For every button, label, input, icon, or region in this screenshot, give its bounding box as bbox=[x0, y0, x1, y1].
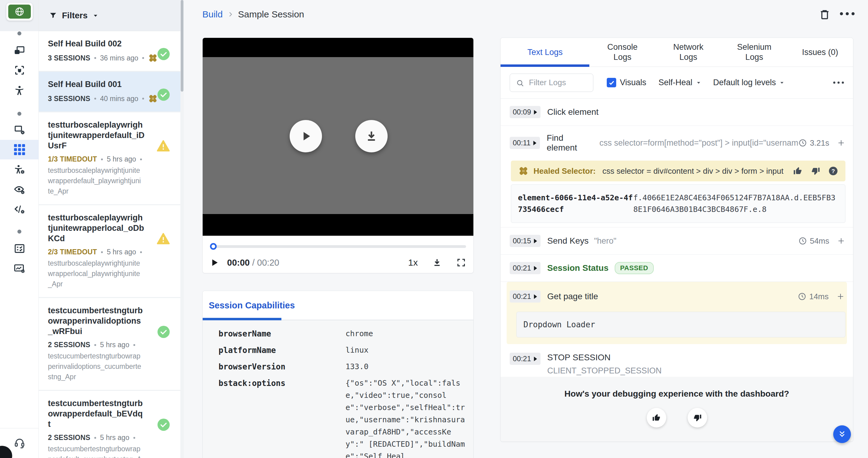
breadcrumb-build-link[interactable]: Build bbox=[203, 9, 223, 20]
code-gear-icon bbox=[14, 204, 25, 215]
status-passed-icon bbox=[157, 326, 170, 338]
build-name: testcucumbertestngturbowrapperdefault_bE… bbox=[48, 398, 171, 429]
breadcrumb: Build Sample Session bbox=[203, 9, 304, 20]
rail-item-builds-grid-active[interactable] bbox=[0, 140, 39, 159]
log-list: 00:09 Click element 00:11 Find element c… bbox=[500, 99, 853, 377]
log-row: 00:11 Find element css selector=form[met… bbox=[500, 126, 853, 160]
rail-item-app-live[interactable] bbox=[0, 60, 39, 80]
svg-text:?: ? bbox=[831, 168, 835, 174]
build-item[interactable]: testturboscaleplaywrightjunitewrapperloc… bbox=[39, 205, 180, 298]
log-title: Send Keys bbox=[547, 236, 588, 246]
rail-item-observability[interactable] bbox=[0, 259, 39, 278]
log-result-card: Dropdown Loader bbox=[517, 312, 845, 337]
log-time-toggle[interactable]: 00:21 bbox=[510, 291, 540, 303]
rail-item-app-automate[interactable] bbox=[0, 160, 39, 180]
video-time: 00:00 / 00:20 bbox=[227, 258, 279, 268]
build-item[interactable]: Self Heal Build 002 3 SESSIONS 36 mins a… bbox=[39, 31, 180, 72]
status-passed-icon bbox=[157, 88, 170, 101]
seek-thumb[interactable] bbox=[210, 243, 217, 250]
capability-value: chrome bbox=[345, 328, 468, 340]
chart-gear-icon bbox=[13, 263, 26, 275]
video-download-overlay-button[interactable] bbox=[355, 120, 388, 152]
play-button[interactable] bbox=[210, 258, 219, 267]
brand-logo-button[interactable] bbox=[6, 2, 33, 21]
funnel-icon bbox=[49, 11, 57, 20]
scroll-to-bottom-button[interactable] bbox=[833, 425, 851, 443]
clock-icon bbox=[799, 237, 807, 245]
add-issue-button[interactable] bbox=[837, 139, 845, 147]
feedback-thumbs-down-button[interactable] bbox=[688, 408, 707, 427]
clock-icon bbox=[799, 139, 807, 147]
filters-dropdown[interactable]: Filters bbox=[39, 0, 180, 31]
feedback-thumbs-up-button[interactable] bbox=[647, 408, 666, 427]
sidebar-scrollbar-thumb[interactable] bbox=[181, 0, 183, 92]
status-passed-icon bbox=[157, 48, 170, 60]
log-time-toggle[interactable]: 00:15 bbox=[510, 235, 540, 247]
expand-triangle-icon bbox=[533, 141, 537, 145]
more-options-button[interactable] bbox=[840, 12, 855, 15]
log-row: 00:21 Session Status PASSED bbox=[500, 255, 853, 282]
help-icon[interactable]: ? bbox=[828, 166, 838, 176]
fullscreen-button[interactable] bbox=[456, 258, 466, 268]
rail-separator-dot bbox=[18, 31, 21, 35]
build-time: 5 hrs ago bbox=[107, 248, 136, 256]
logs-more-button[interactable] bbox=[833, 82, 844, 84]
self-heal-dropdown[interactable]: Self-Heal bbox=[659, 78, 701, 87]
add-issue-button[interactable] bbox=[837, 237, 845, 245]
playback-speed-button[interactable]: 1x bbox=[408, 257, 418, 268]
tab-text-logs[interactable]: Text Logs bbox=[500, 38, 589, 67]
caret-down-icon bbox=[696, 80, 701, 85]
delete-session-button[interactable] bbox=[818, 8, 831, 21]
video-stage[interactable] bbox=[203, 57, 473, 214]
status-passed-icon bbox=[157, 418, 170, 431]
rail-item-visual-testing[interactable] bbox=[0, 180, 39, 200]
tab-network-logs[interactable]: Network Logs bbox=[655, 38, 721, 67]
ellipsis-icon bbox=[837, 82, 840, 84]
video-seekbar[interactable] bbox=[210, 243, 466, 250]
build-item-selected[interactable]: Self Heal Build 001 3 SESSIONS 40 mins a… bbox=[39, 72, 180, 112]
thumbs-down-button[interactable] bbox=[811, 166, 820, 176]
rail-item-accessibility[interactable] bbox=[0, 81, 39, 100]
capability-key: browserVersion bbox=[219, 361, 345, 373]
chevron-right-icon bbox=[227, 11, 234, 18]
log-row: 00:09 Click element bbox=[500, 99, 853, 126]
tab-selenium-logs[interactable]: Selenium Logs bbox=[721, 38, 787, 67]
rail-item-test-management[interactable] bbox=[0, 239, 39, 258]
add-issue-button[interactable] bbox=[837, 293, 844, 301]
log-time-toggle[interactable]: 00:21 bbox=[510, 353, 540, 365]
thumbs-up-button[interactable] bbox=[793, 166, 803, 176]
capability-value: {"os":"OS X","local":false,"video":true,… bbox=[345, 377, 468, 458]
feedback-question: How's your debugging experience with the… bbox=[500, 377, 853, 399]
log-time-toggle[interactable]: 00:21 bbox=[510, 262, 540, 274]
seek-track[interactable] bbox=[210, 245, 466, 248]
status-badge: PASSED bbox=[615, 262, 654, 274]
build-item[interactable]: testcucumbertestngturbowrapperinvalidopt… bbox=[39, 298, 180, 391]
rail-item-live[interactable] bbox=[0, 40, 39, 60]
rail-item-low-code[interactable] bbox=[0, 200, 39, 219]
tab-console-logs[interactable]: Console Logs bbox=[589, 38, 655, 67]
main-area: Build Sample Session bbox=[184, 0, 868, 458]
log-time-toggle[interactable]: 00:11 bbox=[510, 137, 540, 149]
capabilities-tabbar: Session Capabilities bbox=[203, 291, 473, 320]
log-duration: 14ms bbox=[798, 292, 829, 301]
video-letterbox-bottom bbox=[203, 214, 473, 236]
build-item[interactable]: testcucumbertestngturbowrapperdefault_bE… bbox=[39, 391, 180, 458]
expand-triangle-icon bbox=[533, 294, 537, 299]
visuals-checkbox[interactable] bbox=[607, 78, 616, 87]
element-value: f.4066E1E2A8C4E634F065124F7B7A18AA.d.EEB… bbox=[633, 192, 838, 215]
rail-item-automate[interactable] bbox=[0, 120, 39, 140]
download-video-button[interactable] bbox=[432, 257, 442, 268]
video-play-overlay-button[interactable] bbox=[290, 120, 322, 152]
tab-issues[interactable]: Issues (0) bbox=[787, 38, 853, 67]
tab-session-capabilities[interactable]: Session Capabilities bbox=[209, 301, 295, 310]
dot-separator bbox=[94, 344, 96, 346]
sidebar-scrollbar[interactable] bbox=[180, 0, 184, 458]
log-time-toggle[interactable]: 00:09 bbox=[510, 106, 540, 118]
dot-separator bbox=[140, 158, 142, 160]
breadcrumb-current: Sample Session bbox=[238, 9, 304, 20]
page-title-result: Dropdown Loader bbox=[523, 320, 595, 329]
session-count: 2 SESSIONS bbox=[48, 341, 90, 349]
log-levels-dropdown[interactable]: Default log levels bbox=[713, 78, 785, 87]
trash-icon bbox=[818, 8, 831, 21]
build-item[interactable]: testturboscaleplaywrightjunitewrapperdef… bbox=[39, 112, 180, 205]
